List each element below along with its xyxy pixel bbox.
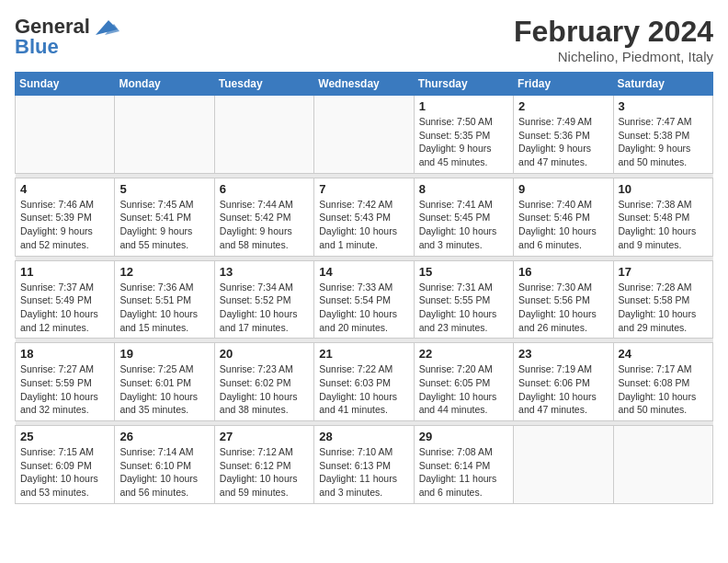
calendar-cell: 27Sunrise: 7:12 AMSunset: 6:12 PMDayligh…	[214, 426, 313, 504]
calendar-cell	[613, 426, 712, 504]
title-area: February 2024 Nichelino, Piedmont, Italy	[514, 15, 713, 64]
day-number: 11	[20, 265, 109, 279]
week-row-5: 25Sunrise: 7:15 AMSunset: 6:09 PMDayligh…	[16, 426, 713, 504]
day-info: Sunrise: 7:33 AMSunset: 5:54 PMDaylight:…	[319, 281, 408, 335]
day-info: Sunrise: 7:19 AMSunset: 6:06 PMDaylight:…	[518, 362, 608, 417]
logo: General Blue	[15, 15, 119, 59]
day-info: Sunrise: 7:34 AMSunset: 5:52 PMDaylight:…	[220, 281, 309, 335]
calendar-cell: 4Sunrise: 7:46 AMSunset: 5:39 PMDaylight…	[16, 178, 115, 256]
calendar-header-row: SundayMondayTuesdayWednesdayThursdayFrid…	[16, 73, 713, 96]
day-number: 27	[220, 430, 309, 443]
day-number: 7	[319, 182, 408, 196]
month-title: February 2024	[514, 15, 713, 49]
day-number: 6	[220, 182, 309, 196]
calendar-cell: 22Sunrise: 7:20 AMSunset: 6:05 PMDayligh…	[414, 343, 513, 421]
day-info: Sunrise: 7:10 AMSunset: 6:13 PMDaylight:…	[319, 445, 408, 500]
col-header-friday: Friday	[514, 73, 613, 96]
calendar-cell: 21Sunrise: 7:22 AMSunset: 6:03 PMDayligh…	[314, 343, 414, 421]
calendar-cell: 11Sunrise: 7:37 AMSunset: 5:49 PMDayligh…	[16, 260, 115, 339]
calendar-cell: 17Sunrise: 7:28 AMSunset: 5:58 PMDayligh…	[613, 260, 712, 339]
day-info: Sunrise: 7:31 AMSunset: 5:55 PMDaylight:…	[419, 281, 508, 335]
day-info: Sunrise: 7:20 AMSunset: 6:05 PMDaylight:…	[419, 362, 508, 417]
calendar-cell	[314, 96, 414, 174]
week-row-4: 18Sunrise: 7:27 AMSunset: 5:59 PMDayligh…	[16, 343, 713, 421]
day-info: Sunrise: 7:46 AMSunset: 5:39 PMDaylight:…	[20, 198, 109, 252]
day-info: Sunrise: 7:27 AMSunset: 5:59 PMDaylight:…	[20, 362, 109, 417]
calendar-cell: 3Sunrise: 7:47 AMSunset: 5:38 PMDaylight…	[613, 96, 712, 174]
day-number: 21	[319, 347, 408, 361]
calendar-cell	[514, 426, 613, 504]
day-info: Sunrise: 7:23 AMSunset: 6:02 PMDaylight:…	[220, 362, 309, 417]
day-number: 28	[319, 430, 408, 443]
logo-blue: Blue	[15, 35, 59, 59]
day-info: Sunrise: 7:38 AMSunset: 5:48 PMDaylight:…	[619, 198, 708, 252]
day-info: Sunrise: 7:36 AMSunset: 5:51 PMDaylight:…	[119, 281, 209, 335]
day-info: Sunrise: 7:40 AMSunset: 5:46 PMDaylight:…	[518, 198, 608, 252]
logo-icon	[92, 17, 119, 37]
calendar-cell: 14Sunrise: 7:33 AMSunset: 5:54 PMDayligh…	[314, 260, 414, 339]
calendar-cell	[16, 96, 115, 174]
calendar-cell: 2Sunrise: 7:49 AMSunset: 5:36 PMDaylight…	[514, 96, 613, 174]
calendar-cell: 25Sunrise: 7:15 AMSunset: 6:09 PMDayligh…	[16, 426, 115, 504]
calendar-cell: 13Sunrise: 7:34 AMSunset: 5:52 PMDayligh…	[214, 260, 313, 339]
day-number: 29	[419, 430, 508, 443]
day-number: 2	[518, 99, 608, 113]
day-number: 19	[119, 347, 209, 361]
col-header-sunday: Sunday	[16, 73, 115, 96]
calendar-cell: 18Sunrise: 7:27 AMSunset: 5:59 PMDayligh…	[16, 343, 115, 421]
col-header-tuesday: Tuesday	[214, 73, 313, 96]
calendar-cell: 12Sunrise: 7:36 AMSunset: 5:51 PMDayligh…	[115, 260, 214, 339]
col-header-thursday: Thursday	[414, 73, 513, 96]
day-number: 3	[619, 99, 708, 113]
week-row-1: 1Sunrise: 7:50 AMSunset: 5:35 PMDaylight…	[16, 96, 713, 174]
calendar-cell: 8Sunrise: 7:41 AMSunset: 5:45 PMDaylight…	[414, 178, 513, 256]
day-info: Sunrise: 7:28 AMSunset: 5:58 PMDaylight:…	[619, 281, 708, 335]
calendar-cell: 28Sunrise: 7:10 AMSunset: 6:13 PMDayligh…	[314, 426, 414, 504]
col-header-wednesday: Wednesday	[314, 73, 414, 96]
calendar-table: SundayMondayTuesdayWednesdayThursdayFrid…	[15, 72, 713, 504]
day-info: Sunrise: 7:42 AMSunset: 5:43 PMDaylight:…	[319, 198, 408, 252]
day-number: 18	[20, 347, 109, 361]
calendar-cell: 5Sunrise: 7:45 AMSunset: 5:41 PMDaylight…	[115, 178, 214, 256]
day-number: 14	[319, 265, 408, 279]
calendar-cell: 6Sunrise: 7:44 AMSunset: 5:42 PMDaylight…	[214, 178, 313, 256]
day-info: Sunrise: 7:08 AMSunset: 6:14 PMDaylight:…	[419, 445, 508, 500]
calendar-cell: 16Sunrise: 7:30 AMSunset: 5:56 PMDayligh…	[514, 260, 613, 339]
calendar-cell: 24Sunrise: 7:17 AMSunset: 6:08 PMDayligh…	[613, 343, 712, 421]
calendar-cell: 26Sunrise: 7:14 AMSunset: 6:10 PMDayligh…	[115, 426, 214, 504]
calendar-cell: 20Sunrise: 7:23 AMSunset: 6:02 PMDayligh…	[214, 343, 313, 421]
calendar-cell: 29Sunrise: 7:08 AMSunset: 6:14 PMDayligh…	[414, 426, 513, 504]
week-row-3: 11Sunrise: 7:37 AMSunset: 5:49 PMDayligh…	[16, 260, 713, 339]
day-info: Sunrise: 7:22 AMSunset: 6:03 PMDaylight:…	[319, 362, 408, 417]
day-info: Sunrise: 7:44 AMSunset: 5:42 PMDaylight:…	[220, 198, 309, 252]
day-number: 13	[220, 265, 309, 279]
day-number: 22	[419, 347, 508, 361]
day-info: Sunrise: 7:45 AMSunset: 5:41 PMDaylight:…	[119, 198, 209, 252]
calendar-cell	[214, 96, 313, 174]
day-number: 4	[20, 182, 109, 196]
day-number: 16	[518, 265, 608, 279]
day-number: 25	[20, 430, 109, 443]
day-number: 20	[220, 347, 309, 361]
day-info: Sunrise: 7:12 AMSunset: 6:12 PMDaylight:…	[220, 445, 309, 500]
day-number: 15	[419, 265, 508, 279]
page-header: General Blue February 2024 Nichelino, Pi…	[15, 15, 713, 64]
day-number: 26	[119, 430, 209, 443]
day-info: Sunrise: 7:25 AMSunset: 6:01 PMDaylight:…	[119, 362, 209, 417]
day-number: 5	[119, 182, 209, 196]
day-number: 8	[419, 182, 508, 196]
col-header-monday: Monday	[115, 73, 214, 96]
day-info: Sunrise: 7:15 AMSunset: 6:09 PMDaylight:…	[20, 445, 109, 500]
day-info: Sunrise: 7:50 AMSunset: 5:35 PMDaylight:…	[419, 115, 508, 169]
calendar-cell: 9Sunrise: 7:40 AMSunset: 5:46 PMDaylight…	[514, 178, 613, 256]
day-number: 12	[119, 265, 209, 279]
day-info: Sunrise: 7:41 AMSunset: 5:45 PMDaylight:…	[419, 198, 508, 252]
calendar-cell	[115, 96, 214, 174]
calendar-cell: 7Sunrise: 7:42 AMSunset: 5:43 PMDaylight…	[314, 178, 414, 256]
day-number: 9	[518, 182, 608, 196]
col-header-saturday: Saturday	[613, 73, 712, 96]
week-row-2: 4Sunrise: 7:46 AMSunset: 5:39 PMDaylight…	[16, 178, 713, 256]
calendar-cell: 10Sunrise: 7:38 AMSunset: 5:48 PMDayligh…	[613, 178, 712, 256]
day-number: 23	[518, 347, 608, 361]
day-info: Sunrise: 7:37 AMSunset: 5:49 PMDaylight:…	[20, 281, 109, 335]
